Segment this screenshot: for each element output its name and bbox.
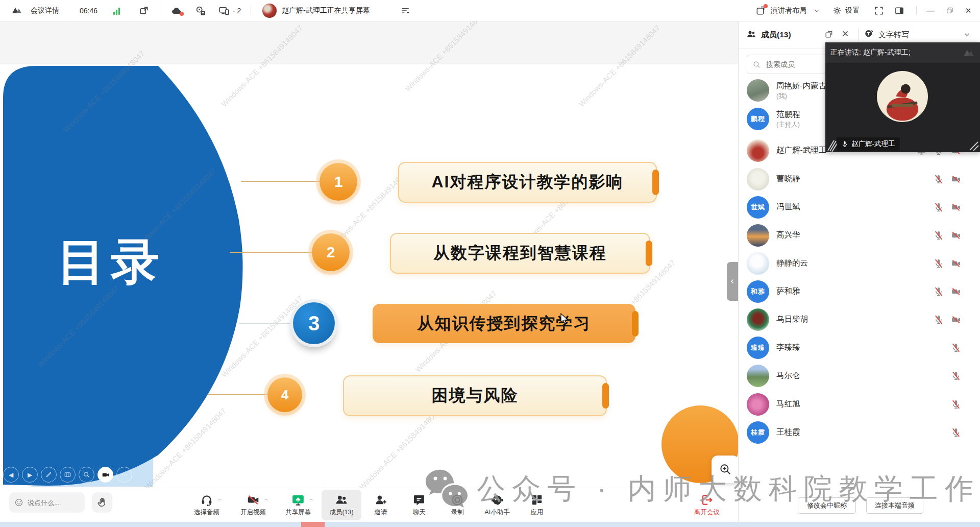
avatar: 桂霞 (747, 421, 769, 444)
mic-muted-icon[interactable] (934, 258, 944, 269)
cloud-record-icon[interactable] (170, 0, 183, 21)
toc-item-tab (646, 241, 652, 266)
mic-muted-icon[interactable] (934, 315, 944, 325)
avatar (747, 139, 769, 162)
member-name: 马红旭 (776, 399, 800, 410)
mouse-cursor (559, 313, 571, 325)
camera-off-icon[interactable] (951, 315, 961, 325)
close-button[interactable]: ✕ (960, 0, 977, 21)
audio-button[interactable]: 选择音频 (187, 490, 227, 520)
more-controls-button[interactable]: ⋯ (116, 467, 132, 483)
divider (916, 6, 917, 15)
zoom-in-button[interactable] (712, 456, 739, 483)
member-row[interactable]: 和雅 萨和雅 (739, 278, 980, 305)
connector-line (208, 394, 268, 395)
next-slide-button[interactable]: ▶ (22, 467, 38, 483)
smiley-icon (14, 498, 23, 507)
pen-annotate-button[interactable] (41, 467, 57, 483)
camera-off-icon[interactable] (951, 258, 961, 269)
member-name: 李臻臻 (776, 342, 800, 353)
mic-muted-icon[interactable] (934, 202, 944, 212)
rename-nickname-button[interactable]: 修改会中昵称 (798, 497, 856, 514)
raise-hand-button[interactable] (92, 492, 112, 513)
member-row[interactable]: 桂霞 王桂霞 (739, 419, 980, 446)
member-row[interactable]: 马尔仑 (739, 362, 980, 390)
maximize-button[interactable] (941, 0, 958, 21)
connect-audio-button[interactable]: 连接本端音频 (866, 497, 923, 514)
chevron-up-icon[interactable] (263, 497, 269, 502)
chevron-down-icon[interactable] (813, 0, 820, 21)
audio-transcribe-icon[interactable] (195, 0, 206, 21)
layout-icon[interactable] (755, 0, 766, 21)
prev-slide-button[interactable]: ◀ (3, 467, 19, 483)
popout-share-icon[interactable] (139, 0, 149, 21)
slides-panel-button[interactable] (60, 467, 76, 483)
settings-label[interactable]: 设置 (845, 0, 860, 21)
resize-handle-icon[interactable] (969, 141, 979, 151)
chat-bubble-icon (412, 493, 426, 507)
invite-button[interactable]: 邀请 (361, 490, 401, 520)
chat-button[interactable]: 聊天 (399, 490, 439, 520)
presentation-controls: ◀ ▶ ⋯ (3, 467, 132, 483)
settings-gear-icon[interactable] (832, 0, 842, 21)
minimize-button[interactable]: — (922, 0, 939, 21)
camera-off-icon[interactable] (951, 230, 961, 241)
apps-button[interactable]: 应用 (517, 490, 557, 520)
camera-off-icon[interactable] (951, 286, 961, 297)
transcription-tab-title[interactable]: 文字转写 (878, 30, 909, 40)
record-button[interactable]: 录制 (437, 490, 477, 520)
meeting-details-menu[interactable]: 会议详情 (31, 0, 59, 21)
magnifier-button[interactable] (79, 467, 94, 483)
fullscreen-icon[interactable] (874, 0, 884, 21)
member-row[interactable]: 乌日柴胡 (739, 306, 980, 333)
mic-muted-icon[interactable] (951, 427, 961, 438)
screen-count: · 2 (233, 0, 241, 21)
members-tab-title[interactable]: 成员(13) (761, 30, 791, 40)
member-row[interactable]: 臻臻 李臻臻 (739, 334, 980, 362)
member-row[interactable]: 静静的云 (739, 250, 980, 277)
dual-screen-icon[interactable] (218, 0, 230, 21)
share-audio-bars-icon[interactable] (400, 0, 410, 21)
mic-muted-icon[interactable] (951, 371, 961, 381)
close-panel-icon[interactable]: ✕ (842, 29, 849, 39)
camera-button[interactable] (97, 467, 113, 483)
panel-collapse-handle[interactable] (727, 262, 738, 301)
member-row[interactable]: 曹晓静 (739, 165, 980, 193)
quick-chat-input[interactable] (27, 498, 76, 507)
chevron-down-icon[interactable] (963, 31, 971, 38)
toc-number-1: 1 (320, 163, 357, 201)
leave-meeting-button[interactable]: 离开会议 (687, 490, 727, 520)
toc-item-3-active: 从知识传授到探究学习 (373, 304, 635, 343)
speaker-video-thumbnail[interactable]: 正在讲话: 赵广辉-武理工; 赵广辉-武理工 (825, 42, 980, 152)
mic-muted-icon[interactable] (934, 174, 944, 184)
member-name: 萨和雅 (776, 286, 800, 297)
ai-assistant-button[interactable]: AI小助手 (477, 490, 517, 520)
camera-off-icon[interactable] (951, 202, 961, 212)
video-button[interactable]: 开启视频 (233, 490, 273, 520)
avatar: 鹏程 (747, 108, 769, 130)
members-button[interactable]: 成员(13) (322, 490, 361, 520)
speaking-now-label: 正在讲话: 赵广辉-武理工; (830, 48, 910, 57)
mic-muted-icon[interactable] (951, 399, 961, 410)
chevron-up-icon[interactable] (308, 497, 314, 502)
member-row[interactable]: 马红旭 (739, 391, 980, 418)
share-screen-button[interactable]: 共享屏幕 (278, 490, 318, 520)
chevron-up-icon[interactable] (217, 497, 223, 502)
avatar: 世斌 (747, 196, 769, 219)
popout-panel-icon[interactable] (824, 29, 834, 39)
mic-muted-icon[interactable] (934, 230, 944, 241)
member-row[interactable]: 高兴华 (739, 222, 980, 249)
quick-chat-box[interactable] (9, 492, 85, 513)
toc-number-3: 3 (293, 302, 335, 344)
side-panel-toggle-icon[interactable] (894, 0, 904, 21)
mic-muted-icon[interactable] (934, 286, 944, 297)
brand-logo-icon (962, 46, 977, 60)
layout-selector[interactable]: 演讲者布局 (771, 0, 806, 21)
member-row[interactable]: 世斌 冯世斌 (739, 194, 980, 221)
mic-muted-icon[interactable] (951, 343, 961, 353)
slide-title: 目录 (57, 230, 164, 295)
member-name: 高兴华 (776, 230, 800, 241)
app-logo-icon (11, 0, 23, 21)
people-icon (746, 29, 756, 39)
camera-off-icon[interactable] (951, 174, 961, 184)
